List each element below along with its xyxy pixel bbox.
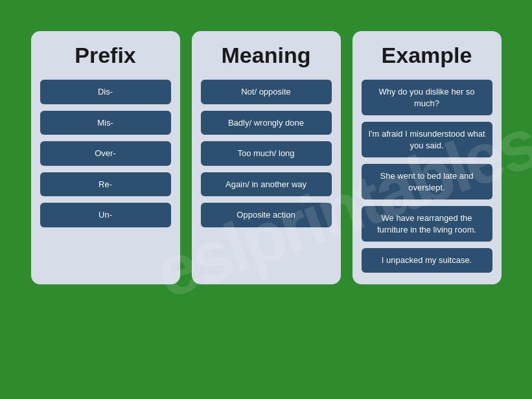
item-box-meaning-3: Again/ in another way xyxy=(201,172,332,197)
item-box-example-2: She went to bed late and overslept. xyxy=(362,164,492,200)
column-card-example: ExampleWhy do you dislike her so much?I'… xyxy=(353,31,502,284)
item-box-prefix-0: Dis- xyxy=(40,80,171,104)
items-list-meaning: Not/ oppositeBadly/ wrongly doneToo much… xyxy=(201,80,332,227)
page-title xyxy=(0,0,532,31)
column-card-prefix: PrefixDis-Mis-Over-Re-Un- xyxy=(31,31,180,284)
column-header-prefix: Prefix xyxy=(75,43,136,68)
column-header-meaning: Meaning xyxy=(222,43,311,68)
item-box-prefix-1: Mis- xyxy=(40,111,171,135)
item-box-example-3: We have rearranged the furniture in the … xyxy=(362,206,492,242)
column-card-meaning: MeaningNot/ oppositeBadly/ wrongly doneT… xyxy=(192,31,341,284)
item-box-example-4: I unpacked my suitcase. xyxy=(362,248,492,273)
item-box-prefix-3: Re- xyxy=(40,172,171,197)
item-box-example-1: I'm afraid I misunderstood what you said… xyxy=(362,122,492,157)
item-box-example-0: Why do you dislike her so much? xyxy=(362,80,492,115)
column-header-example: Example xyxy=(382,43,472,68)
items-list-example: Why do you dislike her so much?I'm afrai… xyxy=(362,80,492,273)
columns-container: PrefixDis-Mis-Over-Re-Un-MeaningNot/ opp… xyxy=(0,31,532,284)
item-box-meaning-0: Not/ opposite xyxy=(201,80,332,104)
items-list-prefix: Dis-Mis-Over-Re-Un- xyxy=(40,80,171,227)
item-box-prefix-4: Un- xyxy=(40,203,171,227)
item-box-prefix-2: Over- xyxy=(40,141,171,166)
item-box-meaning-4: Opposite action xyxy=(201,203,332,227)
item-box-meaning-1: Badly/ wrongly done xyxy=(201,111,332,135)
item-box-meaning-2: Too much/ long xyxy=(201,141,332,166)
